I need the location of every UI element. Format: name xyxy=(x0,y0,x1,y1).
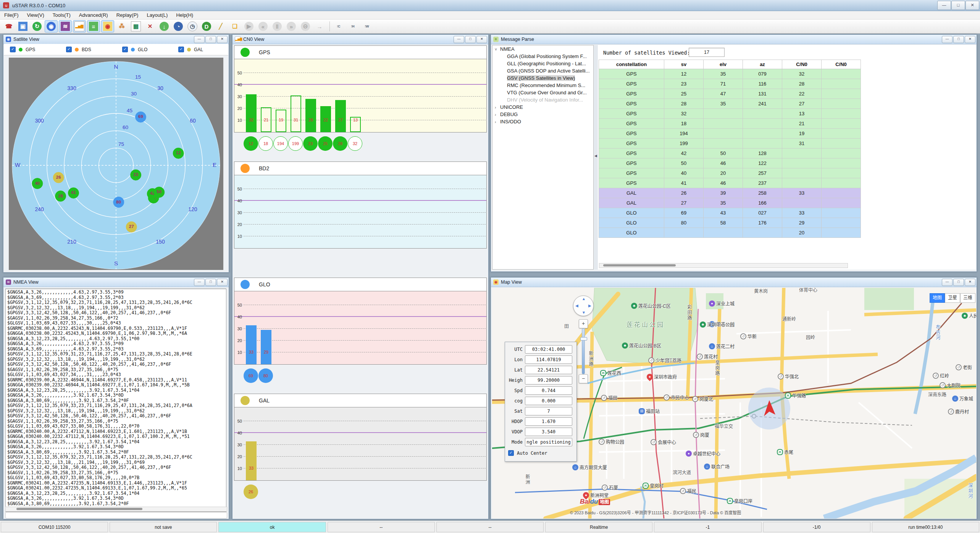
restore-button[interactable]: □ xyxy=(953,279,964,286)
map-label[interactable]: 福华立交 xyxy=(715,423,733,429)
temp-h-icon[interactable]: ∶H xyxy=(346,20,359,32)
menu-advanced[interactable]: Advanced(R) xyxy=(75,11,112,19)
table-row[interactable]: GAL2735166 xyxy=(599,198,861,208)
menu-help[interactable]: Help(H) xyxy=(172,11,197,19)
map-label[interactable]: Ж皇岗口岸 xyxy=(727,497,752,504)
info-value[interactable]: 99.20000 xyxy=(525,376,572,384)
close-button[interactable]: ✕ xyxy=(965,36,975,43)
nmea-view-titlebar[interactable]: ≋ NMEA View —□✕ xyxy=(3,278,229,287)
map-label[interactable]: 黄木岗 xyxy=(754,288,768,294)
restore-button[interactable]: □ xyxy=(205,36,216,43)
table-row[interactable]: GPS3213 xyxy=(599,109,861,119)
info-value[interactable]: 114.07819 xyxy=(525,355,572,364)
zoom-track[interactable] xyxy=(582,328,585,374)
map-label[interactable]: 园岭 xyxy=(806,334,815,340)
nmea-view-icon[interactable]: ≋ xyxy=(59,20,72,32)
nmea-text-area[interactable]: $GNGSA,A,3,26,,,,,,,,,,,,4.63,2.97,3.55,… xyxy=(5,289,226,512)
map-label[interactable]: ↺大剧院 xyxy=(940,382,961,388)
info-value[interactable]: 1.670 xyxy=(525,417,572,426)
satellite-view-icon[interactable]: ◉ xyxy=(45,20,58,32)
map-label[interactable]: ↺岗厦北 xyxy=(692,396,713,402)
minimize-button[interactable]: — xyxy=(942,36,953,43)
main-titlebar[interactable]: u uSTAR R3.0.0 - COM10 —□✕ xyxy=(0,0,980,11)
map-view-icon[interactable]: ◉ xyxy=(101,20,114,32)
info-value[interactable]: 3.540 xyxy=(525,428,572,436)
earth-icon[interactable]: ◔ xyxy=(172,20,185,32)
map-view-titlebar[interactable]: ◉ Map View —□✕ xyxy=(491,278,977,287)
pan-down-icon[interactable]: ▼ xyxy=(582,310,586,315)
minimize-button[interactable]: — xyxy=(194,279,205,286)
table-row[interactable]: GLO20 xyxy=(599,228,861,238)
menu-layout[interactable]: Layout(L) xyxy=(142,11,172,19)
tree-item-nmea[interactable]: ˅NMEA xyxy=(492,45,593,53)
map-label[interactable]: ♣深圳中心公园 xyxy=(700,321,735,328)
close-button[interactable]: ✕ xyxy=(217,36,228,43)
map-label[interactable]: ●卓越世纪中心 xyxy=(686,450,720,457)
clock-icon[interactable]: ◷ xyxy=(186,20,199,32)
zoom-in-button[interactable]: + xyxy=(579,319,588,328)
map-type-button[interactable]: 卫星 xyxy=(945,293,960,303)
menu-tools[interactable]: Tools(T) xyxy=(48,11,75,19)
tree-item-debug[interactable]: ›DEBUG xyxy=(492,111,593,118)
tree-expander-icon[interactable]: › xyxy=(495,104,500,111)
footprint-icon[interactable]: ⁂ xyxy=(115,20,128,32)
legend-gal[interactable]: ✓GAL xyxy=(172,47,228,52)
pan-up-icon[interactable]: ▲ xyxy=(582,297,586,301)
table-row[interactable]: GPS19419 xyxy=(599,129,861,139)
info-value[interactable]: 22.54121 xyxy=(525,366,572,374)
refresh-icon[interactable]: ↻ xyxy=(31,20,44,32)
table-row[interactable]: GPS283524127 xyxy=(599,99,861,109)
legend-bds[interactable]: ✓BDS xyxy=(60,47,116,52)
pan-right-icon[interactable]: ▶ xyxy=(588,304,591,308)
map-label[interactable]: Ж赤尾 xyxy=(777,449,793,455)
table-row[interactable]: GLO694302733 xyxy=(599,208,861,218)
map-label[interactable]: ↺红岭 xyxy=(933,372,949,379)
table-row[interactable]: GPS254713122 xyxy=(599,89,861,99)
map-label[interactable]: 彩田路 xyxy=(686,305,693,321)
table-row[interactable]: GPS4020257 xyxy=(599,168,861,178)
checkbox-checked-icon[interactable]: ✓ xyxy=(10,47,16,52)
map-label[interactable]: 莲花山公园 xyxy=(626,320,665,329)
table-row[interactable]: GAL263925833 xyxy=(599,188,861,198)
satellite-view-titlebar[interactable]: ◉ Satllite View —□✕ xyxy=(3,35,229,44)
map-type-button[interactable]: 三维 xyxy=(960,293,975,303)
pane-splitter[interactable]: ◀ xyxy=(594,45,598,270)
checkbox-checked-icon[interactable]: ✓ xyxy=(66,47,72,52)
map-label[interactable]: ↺石厦 xyxy=(602,484,618,491)
map-type-button[interactable]: 地图 xyxy=(930,293,945,303)
map-label[interactable]: ♣莲花山公园-C区 xyxy=(631,302,671,309)
map-label[interactable]: ↺市民中心 xyxy=(664,394,689,401)
map-label[interactable]: Ж皇岗村 xyxy=(643,482,664,489)
tree-item-vtg[interactable]: VTG (Course Over Ground and Gr... xyxy=(492,89,593,96)
tree-item-dhv[interactable]: DHV (Velocity of Navigation Infor... xyxy=(492,96,593,103)
minimize-button[interactable]: — xyxy=(454,36,464,43)
map-label[interactable]: ↺福民 xyxy=(680,488,696,494)
auto-center-checkbox[interactable]: ✓ Auto Center xyxy=(508,450,547,456)
table-row[interactable]: GPS4146237 xyxy=(599,178,861,188)
tree-item-gll[interactable]: GLL (Geographic Positioning - Lat... xyxy=(492,60,593,67)
info-value[interactable]: 0.744 xyxy=(525,386,572,395)
map-label[interactable]: ⌂万象城 xyxy=(952,395,973,402)
map-label[interactable]: ↺华新 xyxy=(740,333,757,339)
checkbox-checked-icon[interactable]: ✓ xyxy=(122,47,128,52)
map-label[interactable]: ♣莲花山公园-B区 xyxy=(622,342,661,349)
map-label[interactable]: ⊞福田站 xyxy=(639,408,660,414)
legend-gps[interactable]: ✓GPS xyxy=(4,47,60,52)
map-canvas[interactable]: ♣莲花山公园-C区莲花山公园♣莲花山公园-B区新洲路彩田路皇岗路●深业上城⌂莲花… xyxy=(492,288,976,518)
d-icon[interactable]: D xyxy=(200,20,213,32)
info-value[interactable]: 0.000 xyxy=(525,397,572,405)
map-label[interactable]: ♣人民公园 xyxy=(962,312,976,319)
folder-icon[interactable]: ❏ xyxy=(228,20,241,32)
restore-button[interactable]: □ xyxy=(953,36,964,43)
zoom-out-button[interactable]: − xyxy=(579,374,588,383)
tree-item-ins-odo[interactable]: ›INS/ODO xyxy=(492,118,593,125)
map-label[interactable]: 田 xyxy=(564,323,569,329)
disconnect-icon[interactable]: ☎ xyxy=(2,20,15,32)
map-label[interactable]: ↺老街 xyxy=(956,364,972,370)
tools-icon[interactable]: ✕ xyxy=(144,20,157,32)
table-row[interactable]: GPS1821 xyxy=(599,119,861,129)
map-label[interactable]: ●深业上城 xyxy=(709,300,735,307)
map-label[interactable]: Ж莲花西 xyxy=(600,370,621,376)
info-value[interactable]: 03:02:41.000 xyxy=(525,345,572,354)
map-label[interactable]: ↺会展中心 xyxy=(651,439,676,445)
